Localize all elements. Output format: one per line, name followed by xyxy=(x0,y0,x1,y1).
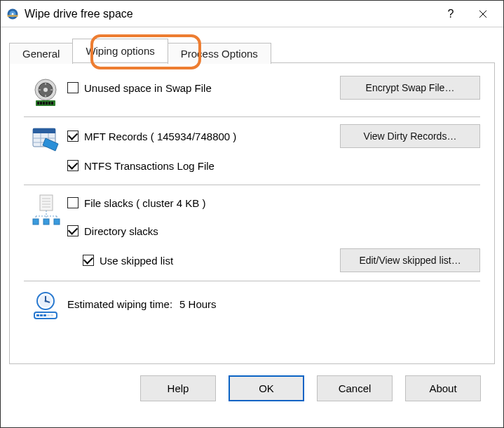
records-icon xyxy=(24,124,67,154)
wiping-options-panel: Unused space in Swap File Encrypt Swap F… xyxy=(9,62,495,364)
checkbox-icon xyxy=(67,160,79,171)
encrypt-swap-file-button[interactable]: Encrypt Swap File… xyxy=(340,76,480,100)
help-button[interactable]: ? xyxy=(435,1,467,27)
help-button-bottom[interactable]: Help xyxy=(140,375,216,401)
svg-rect-14 xyxy=(43,102,45,105)
checkbox-icon xyxy=(67,131,79,142)
section-estimate: Estimated wiping time: 5 Hours xyxy=(24,281,480,329)
file-tree-icon xyxy=(24,192,67,226)
checkbox-icon xyxy=(83,255,94,266)
tab-general[interactable]: General xyxy=(9,43,73,64)
svg-rect-47 xyxy=(50,314,53,316)
tab-process-options[interactable]: Process Options xyxy=(168,43,271,64)
svg-rect-19 xyxy=(33,128,55,133)
svg-point-6 xyxy=(43,88,48,92)
checkbox-unused-swap[interactable]: Unused space in Swap File xyxy=(67,82,212,94)
edit-view-skipped-list-button[interactable]: Edit/View skipped list… xyxy=(340,248,480,272)
svg-rect-15 xyxy=(46,102,48,105)
svg-rect-3 xyxy=(8,15,18,16)
svg-rect-45 xyxy=(43,314,46,316)
window-title: Wipe drive free space xyxy=(25,8,435,20)
clock-progress-icon xyxy=(24,288,67,321)
svg-rect-16 xyxy=(48,102,50,105)
svg-rect-46 xyxy=(47,314,50,316)
svg-point-2 xyxy=(12,13,14,15)
svg-rect-35 xyxy=(43,219,49,225)
svg-rect-17 xyxy=(51,102,53,105)
tab-wiping-options[interactable]: Wiping options xyxy=(72,39,168,62)
section-mft: MFT Records ( 145934/748800 ) View Dirty… xyxy=(24,117,480,185)
checkbox-label: Use skipped list xyxy=(100,255,173,267)
cancel-button[interactable]: Cancel xyxy=(317,375,393,401)
checkbox-icon xyxy=(67,82,79,93)
checkbox-icon xyxy=(67,225,79,236)
safe-icon xyxy=(24,76,67,108)
about-button[interactable]: About xyxy=(405,375,481,401)
app-icon xyxy=(6,8,19,20)
checkbox-directory-slacks[interactable]: Directory slacks xyxy=(67,225,158,237)
dialog-button-bar: Help OK Cancel About xyxy=(9,364,495,401)
svg-point-41 xyxy=(45,300,47,302)
checkbox-label: Directory slacks xyxy=(84,225,158,237)
checkbox-ntfs-log[interactable]: NTFS Transactions Log File xyxy=(67,160,214,172)
view-dirty-records-button[interactable]: View Dirty Records… xyxy=(340,124,480,148)
titlebar: Wipe drive free space ? xyxy=(1,1,503,27)
svg-rect-44 xyxy=(40,314,43,316)
checkbox-label: NTFS Transactions Log File xyxy=(84,160,214,172)
section-slacks: File slacks ( cluster 4 KB ) Directory s… xyxy=(24,185,480,281)
checkbox-label: Unused space in Swap File xyxy=(84,82,212,94)
ok-button[interactable]: OK xyxy=(229,375,304,401)
svg-rect-24 xyxy=(40,195,53,210)
close-button[interactable] xyxy=(467,1,499,27)
svg-rect-43 xyxy=(36,314,39,316)
estimate-value: 5 Hours xyxy=(179,298,217,310)
svg-rect-34 xyxy=(33,219,39,225)
checkbox-mft-records[interactable]: MFT Records ( 145934/748800 ) xyxy=(67,131,236,142)
estimate-label: Estimated wiping time: xyxy=(67,298,172,310)
svg-rect-36 xyxy=(54,219,60,225)
checkbox-label: MFT Records ( 145934/748800 ) xyxy=(84,131,236,142)
checkbox-use-skipped-list[interactable]: Use skipped list xyxy=(83,255,173,267)
svg-rect-13 xyxy=(40,102,42,105)
tab-bar: General Wiping options Process Options xyxy=(9,39,495,62)
section-swap: Unused space in Swap File Encrypt Swap F… xyxy=(24,73,480,117)
checkbox-file-slacks[interactable]: File slacks ( cluster 4 KB ) xyxy=(67,197,205,209)
checkbox-icon xyxy=(67,197,79,208)
svg-rect-12 xyxy=(37,102,39,105)
checkbox-label: File slacks ( cluster 4 KB ) xyxy=(84,197,205,209)
